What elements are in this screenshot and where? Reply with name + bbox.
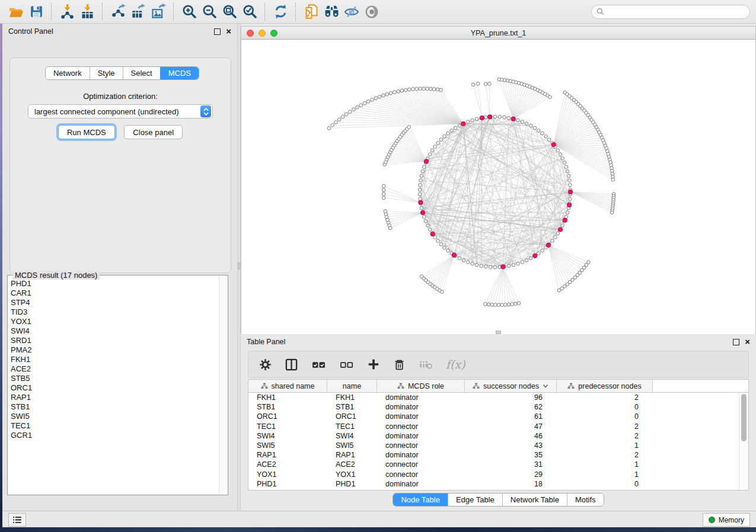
ring-node[interactable] <box>446 132 450 135</box>
tab-network[interactable]: Network <box>46 67 90 79</box>
cell-predecessor-nodes[interactable]: 1 <box>557 470 653 479</box>
mcds-hub-node[interactable] <box>551 142 556 146</box>
cell-predecessor-nodes[interactable]: 2 <box>557 422 653 431</box>
mcds-result-list[interactable]: PHD1CAR1STP4TID3YOX1SWI4SRD1PMA2FKH1ACE2… <box>8 279 221 493</box>
mcds-result-item[interactable]: SWI5 <box>11 412 221 421</box>
leaf-node[interactable] <box>382 184 385 188</box>
network-from-selection-button[interactable] <box>301 2 321 21</box>
cell-successor-nodes[interactable]: 96 <box>465 393 557 402</box>
ring-node[interactable] <box>559 153 562 156</box>
close-panel-button[interactable]: Close panel <box>124 125 183 139</box>
leaf-node[interactable] <box>384 210 387 213</box>
ring-node[interactable] <box>420 174 423 178</box>
cell-successor-nodes[interactable]: 62 <box>465 403 557 411</box>
ring-node[interactable] <box>484 265 488 268</box>
mcds-hub-node[interactable] <box>511 117 515 121</box>
ring-node[interactable] <box>439 243 443 246</box>
cell-predecessor-nodes[interactable]: 0 <box>557 412 653 421</box>
ring-node[interactable] <box>541 249 544 252</box>
cell-successor-nodes[interactable]: 35 <box>465 451 557 459</box>
ring-node[interactable] <box>556 232 560 235</box>
show-graphics-details-button[interactable] <box>362 2 382 21</box>
leaf-node[interactable] <box>334 121 338 124</box>
cell-shared-name[interactable]: SWI4 <box>248 432 327 440</box>
cell-name[interactable]: STB1 <box>327 403 377 411</box>
leaf-node[interactable] <box>378 95 381 98</box>
ring-node[interactable] <box>458 257 461 260</box>
mcds-result-item[interactable]: YOX1 <box>11 317 221 326</box>
ring-node[interactable] <box>475 117 479 121</box>
cell-name[interactable]: SWI5 <box>327 441 377 450</box>
ring-node[interactable] <box>426 224 430 227</box>
ring-node[interactable] <box>568 179 572 182</box>
float-window-icon[interactable] <box>733 339 739 345</box>
cell-shared-name[interactable]: RAP1 <box>248 451 327 459</box>
leaf-node[interactable] <box>610 211 614 214</box>
float-window-icon[interactable] <box>214 28 221 35</box>
ring-node[interactable] <box>471 118 474 122</box>
leaf-node[interactable] <box>352 108 356 111</box>
ring-node[interactable] <box>521 261 524 264</box>
table-row[interactable]: ORC1ORC1dominator610 <box>248 412 748 421</box>
ring-node[interactable] <box>428 153 432 156</box>
table-row[interactable]: FKH1FKH1dominator962 <box>248 393 748 402</box>
ring-node[interactable] <box>422 215 426 219</box>
cell-successor-nodes[interactable]: 29 <box>465 470 557 479</box>
leaf-node[interactable] <box>420 275 423 278</box>
tab-network-table[interactable]: Network Table <box>502 493 567 506</box>
cell-shared-name[interactable]: YOX1 <box>248 470 327 479</box>
leaf-node[interactable] <box>419 87 422 91</box>
leaf-node[interactable] <box>337 118 341 121</box>
leaf-node[interactable] <box>471 83 475 86</box>
mcds-hub-node[interactable] <box>461 121 465 126</box>
leaf-node[interactable] <box>382 188 385 192</box>
ring-node[interactable] <box>484 116 488 119</box>
ring-node[interactable] <box>498 115 502 118</box>
run-mcds-button[interactable]: Run MCDS <box>58 125 115 139</box>
cell-shared-name[interactable]: STB1 <box>248 403 327 411</box>
ring-node[interactable] <box>569 183 572 187</box>
leaf-node[interactable] <box>432 88 436 91</box>
cell-name[interactable]: ORC1 <box>327 412 377 421</box>
leaf-node[interactable] <box>490 303 494 307</box>
mcds-hub-node[interactable] <box>567 203 571 207</box>
leaf-node[interactable] <box>494 303 497 307</box>
column-header-MCDS-role[interactable]: MCDS role <box>377 380 465 392</box>
leaf-node[interactable] <box>415 87 419 91</box>
export-network-button[interactable] <box>108 2 128 21</box>
ring-node[interactable] <box>516 118 520 122</box>
ring-node[interactable] <box>529 257 532 260</box>
ring-node[interactable] <box>566 169 569 173</box>
ring-node[interactable] <box>561 224 564 227</box>
leaf-node[interactable] <box>487 303 490 306</box>
cell-MCDS-role[interactable]: connector <box>377 460 465 469</box>
deselect-all-icon[interactable] <box>339 357 354 372</box>
leaf-node[interactable] <box>389 91 393 95</box>
ring-node[interactable] <box>436 142 440 145</box>
mcds-result-item[interactable]: STP4 <box>11 298 221 307</box>
ring-node[interactable] <box>525 259 528 262</box>
cell-MCDS-role[interactable]: dominator <box>377 480 465 488</box>
cell-predecessor-nodes[interactable]: 1 <box>557 441 653 450</box>
ring-node[interactable] <box>420 206 423 210</box>
cell-MCDS-role[interactable]: connector <box>377 470 465 479</box>
zoom-in-button[interactable] <box>179 2 199 21</box>
cell-successor-nodes[interactable]: 31 <box>465 460 557 469</box>
cell-shared-name[interactable]: ACE2 <box>248 460 327 469</box>
leaf-node[interactable] <box>422 87 426 91</box>
ring-node[interactable] <box>547 138 551 142</box>
tab-select[interactable]: Select <box>123 67 160 79</box>
mcds-result-item[interactable]: PMA2 <box>11 345 221 355</box>
mcds-result-item[interactable]: ACE2 <box>11 364 221 374</box>
leaf-node[interactable] <box>500 303 504 307</box>
open-session-button[interactable] <box>6 2 26 21</box>
ring-node[interactable] <box>458 124 461 127</box>
cell-shared-name[interactable]: ORC1 <box>248 412 327 421</box>
table-scrollbar[interactable] <box>739 393 748 490</box>
mcds-hub-node[interactable] <box>419 200 423 204</box>
leaf-node[interactable] <box>400 89 404 92</box>
mcds-hub-node[interactable] <box>480 116 484 120</box>
export-table-button[interactable] <box>128 2 148 21</box>
column-header-predecessor-nodes[interactable]: predecessor nodes <box>557 380 653 392</box>
leaf-node[interactable] <box>348 110 352 114</box>
